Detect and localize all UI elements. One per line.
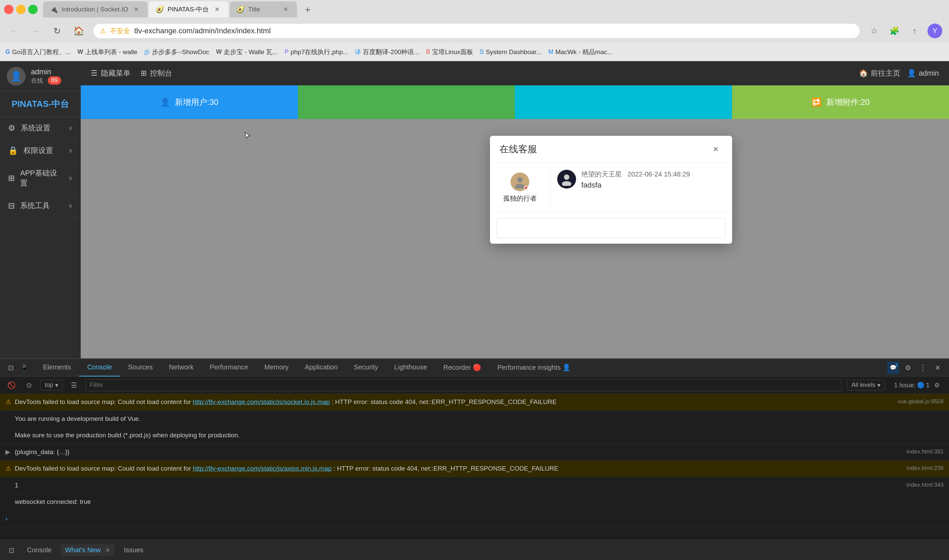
tab-pinatas[interactable]: 🥑 PINATAS-中台 ✕ bbox=[149, 2, 228, 17]
bookmark-macwk[interactable]: M MacWk - 精品mac... bbox=[548, 48, 612, 57]
svg-point-0 bbox=[517, 177, 522, 183]
refresh-button[interactable]: ↻ bbox=[50, 23, 65, 38]
devtools-tab-sources[interactable]: Sources bbox=[120, 359, 161, 377]
hide-menu-button[interactable]: ☰ 隐藏菜单 bbox=[91, 68, 131, 78]
bookmark-bt[interactable]: B 宝塔Linux面板 bbox=[426, 48, 473, 57]
card2[interactable] bbox=[298, 85, 515, 119]
user-header[interactable]: 👤 admin bbox=[907, 69, 939, 78]
console-prompt[interactable]: › bbox=[0, 511, 949, 528]
show-sidebar-button[interactable]: ☰ bbox=[68, 379, 80, 391]
tab-title-close[interactable]: ✕ bbox=[281, 5, 290, 14]
bookmark-macwk-label: MacWk - 精品mac... bbox=[555, 48, 612, 57]
devtools-tab-console[interactable]: Console bbox=[79, 359, 120, 377]
share-button[interactable]: ↑ bbox=[907, 23, 922, 38]
info-spacer-4 bbox=[5, 497, 15, 507]
chat-input[interactable] bbox=[497, 218, 726, 238]
preserve-log-button[interactable]: ⊙ bbox=[23, 379, 35, 391]
app-header: ☰ 隐藏菜单 ⊞ 控制台 🏠 前往主页 👤 bbox=[81, 61, 949, 85]
maximize-button[interactable] bbox=[28, 5, 38, 14]
tab-title[interactable]: 🥑 Title ✕ bbox=[230, 2, 297, 17]
bookmark-walle-icon: W bbox=[77, 48, 83, 55]
bookmark-system-icon: S bbox=[480, 48, 484, 55]
online-dot bbox=[524, 186, 528, 191]
forward-button[interactable]: → bbox=[28, 23, 43, 38]
bottom-tab-whats-new[interactable]: What's New ✕ bbox=[61, 544, 114, 556]
bookmark-go[interactable]: G Go语言入门教程、... bbox=[5, 48, 71, 57]
bottom-tab-issues[interactable]: Issues bbox=[120, 544, 147, 556]
address-bar: ← → ↻ 🏠 ⚠ 不安全 8v-exchange.com/admin/Inde… bbox=[0, 19, 949, 43]
profile-button[interactable]: Y bbox=[927, 23, 942, 38]
console-msg-expandable[interactable]: ▶ {plugins_data: {…}} index.html:381 bbox=[0, 444, 949, 461]
devtools-tabs: ⊡ 📱 Elements Console Sources Network Per… bbox=[0, 359, 949, 377]
devtools-tab-performance[interactable]: Performance bbox=[202, 359, 257, 377]
settings-icon-2: ⚙ bbox=[934, 382, 940, 389]
sidebar-item-system-settings[interactable]: ⚙ 系统设置 ∨ bbox=[0, 117, 81, 140]
card3[interactable] bbox=[515, 85, 732, 119]
devtools-tab-recorder[interactable]: Recorder 🔴 bbox=[435, 359, 489, 377]
devtools-tab-lighthouse[interactable]: Lighthouse bbox=[386, 359, 435, 377]
dialog-body: 孤独的行者 bbox=[490, 163, 732, 212]
devtools-tab-elements[interactable]: Elements bbox=[35, 359, 79, 377]
bookmark-star-button[interactable]: ☆ bbox=[867, 23, 882, 38]
bookmark-php[interactable]: P php7在线执行,php... bbox=[285, 48, 348, 57]
address-input[interactable]: ⚠ 不安全 8v-exchange.com/admin/Index/index.… bbox=[93, 23, 860, 38]
console-link-1[interactable]: http://8v-exchange.com/static/js/socket.… bbox=[193, 398, 330, 405]
devtools-tab-network[interactable]: Network bbox=[161, 359, 202, 377]
user-list: 孤独的行者 bbox=[490, 163, 550, 212]
devtools-tab-memory[interactable]: Memory bbox=[256, 359, 297, 377]
minimize-button[interactable] bbox=[16, 5, 26, 14]
chat-avatar-1 bbox=[557, 170, 576, 189]
bookmark-walle[interactable]: W 上线单列表 - walle bbox=[77, 48, 137, 57]
clear-console-button[interactable]: 🚫 bbox=[5, 379, 17, 391]
security-label: 不安全 bbox=[110, 26, 130, 35]
dashboard-cards: 👤 新增用户:30 🔁 新增附件:20 bbox=[81, 85, 949, 119]
all-levels-dropdown[interactable]: All levels ▾ bbox=[847, 380, 885, 391]
sidebar-item-system-tools[interactable]: ⊟ 系统工具 ∨ bbox=[0, 195, 81, 217]
dock-button[interactable]: ⊡ bbox=[5, 544, 17, 556]
home-link[interactable]: 🏠 前往主页 bbox=[859, 68, 900, 78]
devtools-tab-application[interactable]: Application bbox=[297, 359, 346, 377]
devtools-inspect-button[interactable]: ⊡ bbox=[5, 362, 16, 373]
online-status: 在线 bbox=[31, 77, 43, 85]
console-level-selector[interactable]: top ▾ bbox=[40, 380, 63, 391]
bookmark-walkbao[interactable]: W 走步宝 - Walle 瓦... bbox=[216, 48, 278, 57]
tab-pinatas-close[interactable]: ✕ bbox=[212, 5, 222, 14]
tab-socket-io-label: Introduction | Socket.IO bbox=[62, 6, 128, 13]
home-button[interactable]: 🏠 bbox=[71, 23, 86, 38]
chat-content-1: 绝望的天王星 2022-06-24 15:48:29 fadsfa bbox=[581, 170, 690, 189]
close-button[interactable] bbox=[4, 5, 14, 14]
new-users-card[interactable]: 👤 新增用户:30 bbox=[81, 85, 298, 119]
bookmark-system[interactable]: S System Dashboar... bbox=[480, 48, 542, 56]
whats-new-close-icon[interactable]: ✕ bbox=[105, 546, 110, 554]
back-button[interactable]: ← bbox=[7, 23, 22, 38]
bookmark-baidu[interactable]: 译 百度翻译-200种语... bbox=[355, 48, 419, 57]
devtools-responsive-button[interactable]: 📱 bbox=[19, 362, 29, 373]
console-button[interactable]: ⊞ 控制台 bbox=[140, 68, 172, 78]
dialog-close-button[interactable]: × bbox=[709, 143, 723, 156]
console-filter-input[interactable] bbox=[85, 379, 842, 391]
home-icon: 🏠 bbox=[859, 69, 868, 78]
console-link-2[interactable]: http://8v-exchange.com/static/js/axios.m… bbox=[193, 465, 331, 472]
new-tab-button[interactable]: ＋ bbox=[298, 0, 317, 19]
bookmark-php-icon: P bbox=[285, 48, 288, 55]
tab-socket-io-close[interactable]: ✕ bbox=[131, 5, 141, 14]
sidebar-item-app-settings[interactable]: ⊞ APP基础设置 ∨ bbox=[0, 162, 81, 195]
user-name-lonely-traveler: 孤独的行者 bbox=[503, 194, 537, 203]
devtools-tab-perf-insights-label: Performance insights 👤 bbox=[498, 363, 571, 371]
new-orders-card[interactable]: 🔁 新增附件:20 bbox=[732, 85, 949, 119]
sidebar-item-permission-settings[interactable]: 🔒 权限设置 ∨ bbox=[0, 140, 81, 162]
tab-socket-io[interactable]: 🔌 Introduction | Socket.IO ✕ bbox=[43, 2, 148, 17]
bookmark-go-label: Go语言入门教程、... bbox=[12, 48, 71, 57]
devtools-close-button[interactable]: ✕ bbox=[932, 362, 944, 374]
devtools-tab-security[interactable]: Security bbox=[346, 359, 386, 377]
lock-icon: 🔒 bbox=[8, 146, 18, 155]
console-messages: ⚠ DevTools failed to load source map: Co… bbox=[0, 394, 949, 540]
devtools-tab-perf-insights[interactable]: Performance insights 👤 bbox=[489, 359, 579, 377]
devtools-more-button[interactable]: ⋮ bbox=[917, 362, 929, 374]
bookmark-showdoc[interactable]: 步 步步多多--ShowDoc bbox=[144, 48, 209, 57]
extensions-button[interactable]: 🧩 bbox=[887, 23, 902, 38]
devtools-settings-button[interactable]: ⚙ bbox=[902, 362, 914, 374]
user-header-label: admin bbox=[919, 69, 939, 78]
user-item-lonely-traveler[interactable]: 孤独的行者 bbox=[495, 168, 545, 207]
bottom-tab-console[interactable]: Console bbox=[23, 544, 55, 556]
